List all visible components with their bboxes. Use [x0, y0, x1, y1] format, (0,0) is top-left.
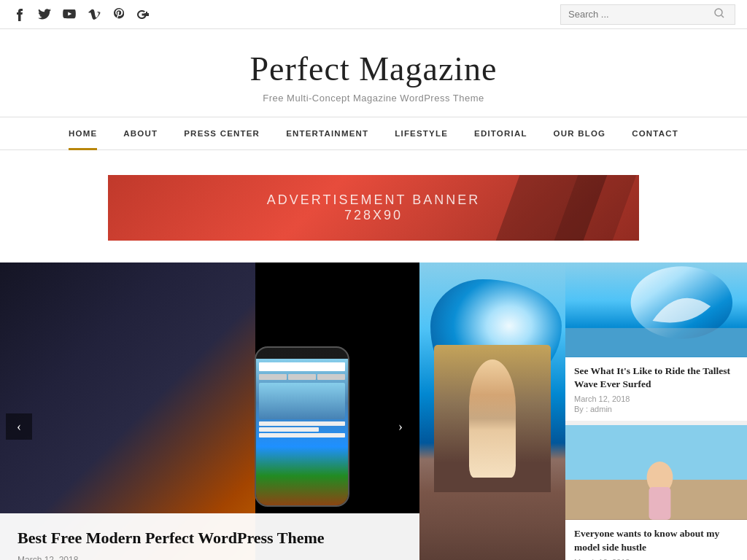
ad-text: ADVERTISEMENT BANNER 728X90 [267, 192, 480, 223]
main-navigation: HOME ABOUT PRESS CENTER ENTERTAINMENT LI… [0, 117, 747, 150]
site-title: Perfect Magazine [15, 50, 732, 88]
nav-item-editorial[interactable]: EDITORIAL [461, 117, 541, 149]
article-1-author: By : admin [574, 405, 738, 413]
nav-link-contact[interactable]: CONTACT [619, 117, 692, 149]
slider-prev-button[interactable]: ‹ [6, 413, 32, 440]
slide-caption: Best Free Modern Perfect WordPress Theme… [0, 513, 419, 560]
article-1-date: March 12, 2018 [574, 394, 738, 403]
nav-link-about[interactable]: ABOUT [110, 117, 171, 149]
phone-screen [256, 359, 348, 505]
top-bar [0, 0, 747, 29]
ocean-scene [419, 262, 565, 560]
slider-next-button[interactable]: › [387, 413, 414, 440]
nav-item-press-center[interactable]: PRESS CENTER [171, 117, 273, 149]
twitter-icon[interactable] [36, 7, 53, 23]
article-1-body: See What It's Like to Ride the Tallest W… [565, 357, 747, 421]
nav-link-lifestyle[interactable]: LIFESTYLE [382, 117, 461, 149]
article-2-image [565, 425, 747, 520]
article-2-body: Everyone wants to know about my model si… [565, 520, 747, 560]
pinterest-icon[interactable] [111, 7, 127, 23]
article-1-image [565, 262, 747, 357]
vimeo-icon[interactable] [86, 7, 102, 23]
sidebar-article-2: Everyone wants to know about my model si… [565, 425, 747, 560]
svg-rect-4 [565, 328, 747, 357]
nav-item-about[interactable]: ABOUT [110, 117, 171, 149]
youtube-icon[interactable] [61, 7, 77, 23]
slide-caption-title: Best Free Modern Perfect WordPress Theme [18, 528, 402, 549]
slide-caption-date: March 12, 2018 [18, 555, 402, 560]
nav-list: HOME ABOUT PRESS CENTER ENTERTAINMENT LI… [55, 117, 692, 149]
ad-banner: ADVERTISEMENT BANNER 728X90 [108, 175, 639, 241]
svg-rect-8 [649, 487, 671, 520]
nav-link-press-center[interactable]: PRESS CENTER [171, 117, 273, 149]
phone-screen-content [256, 359, 348, 441]
svg-line-1 [721, 15, 724, 18]
search-icon[interactable] [714, 8, 724, 21]
wave-image [565, 262, 747, 357]
site-tagline: Free Multi-Concept Magazine WordPress Th… [15, 93, 732, 104]
facebook-icon[interactable] [12, 7, 28, 23]
search-input[interactable] [568, 9, 714, 20]
featured-slider: ‹ › Best Free Modern Perfect WordPress T… [0, 262, 565, 560]
nav-item-contact[interactable]: CONTACT [619, 117, 692, 149]
nav-item-lifestyle[interactable]: LIFESTYLE [382, 117, 461, 149]
nav-link-home[interactable]: HOME [55, 117, 110, 149]
article-1-title: See What It's Like to Ride the Tallest W… [574, 365, 738, 391]
nav-item-home[interactable]: HOME [55, 117, 110, 149]
google-plus-icon[interactable] [136, 7, 152, 23]
content-area: ‹ › Best Free Modern Perfect WordPress T… [0, 262, 747, 560]
nav-link-editorial[interactable]: EDITORIAL [461, 117, 541, 149]
svg-point-0 [715, 9, 722, 16]
sidebar-articles: See What It's Like to Ride the Tallest W… [565, 262, 747, 560]
sidebar-article-1: See What It's Like to Ride the Tallest W… [565, 262, 747, 425]
article-2-title: Everyone wants to know about my model si… [574, 527, 738, 553]
social-icons [12, 7, 152, 23]
site-header: Perfect Magazine Free Multi-Concept Maga… [0, 29, 747, 117]
nav-link-entertainment[interactable]: ENTERTAINMENT [273, 117, 382, 149]
phone-overlay [255, 346, 349, 507]
search-bar[interactable] [560, 4, 735, 25]
nav-item-our-blog[interactable]: OUR BLOG [541, 117, 619, 149]
nav-item-entertainment[interactable]: ENTERTAINMENT [273, 117, 382, 149]
nav-link-our-blog[interactable]: OUR BLOG [541, 117, 619, 149]
